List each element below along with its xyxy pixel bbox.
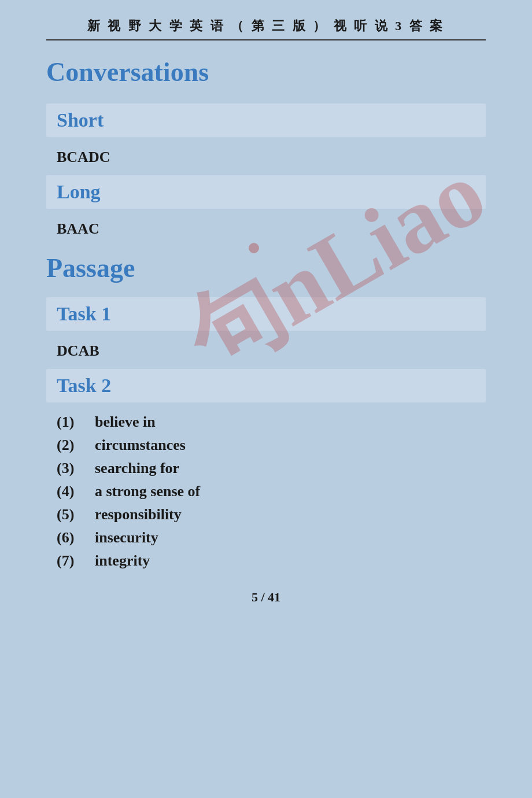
long-section-header: Long — [46, 175, 486, 209]
short-label: Short — [57, 109, 104, 131]
long-answer: BAAC — [46, 217, 486, 247]
task2-list-item: (3)searching for — [46, 457, 486, 480]
long-label: Long — [57, 181, 101, 202]
item-num: (4) — [57, 483, 86, 500]
conversations-title: Conversations — [46, 57, 486, 87]
task1-answer: DCAB — [46, 339, 486, 369]
task2-label: Task 2 — [57, 375, 111, 396]
task2-list: (1)believe in(2)circumstances(3)searchin… — [46, 411, 486, 572]
task1-label: Task 1 — [57, 303, 111, 324]
task2-list-item: (4)a strong sense of — [46, 480, 486, 503]
item-num: (7) — [57, 552, 86, 570]
task2-list-item: (6)insecurity — [46, 526, 486, 549]
short-answer: BCADC — [46, 145, 486, 175]
item-text: a strong sense of — [95, 483, 200, 500]
page-container: 新 视 野 大 学 英 语 （ 第 三 版 ） 视 听 说 3 答 案 Conv… — [0, 0, 532, 798]
header-title: 新 视 野 大 学 英 语 （ 第 三 版 ） 视 听 说 3 答 案 — [46, 17, 486, 40]
item-num: (1) — [57, 413, 86, 431]
task2-list-item: (7)integrity — [46, 549, 486, 572]
item-text: responsibility — [95, 506, 182, 523]
watermark-dot — [249, 243, 259, 253]
task1-section-header: Task 1 — [46, 297, 486, 331]
item-num: (2) — [57, 437, 86, 454]
footer-page: 5 / 41 — [46, 590, 486, 605]
task2-section-header: Task 2 — [46, 369, 486, 402]
short-section-header: Short — [46, 104, 486, 137]
task2-list-item: (5)responsibility — [46, 503, 486, 526]
item-text: circumstances — [95, 437, 186, 454]
item-text: believe in — [95, 413, 156, 431]
passage-title: Passage — [46, 253, 486, 283]
item-text: insecurity — [95, 529, 158, 546]
item-text: integrity — [95, 552, 150, 570]
item-num: (5) — [57, 506, 86, 523]
task2-list-item: (2)circumstances — [46, 434, 486, 457]
item-text: searching for — [95, 460, 179, 477]
item-num: (6) — [57, 529, 86, 546]
item-num: (3) — [57, 460, 86, 477]
task2-list-item: (1)believe in — [46, 411, 486, 434]
